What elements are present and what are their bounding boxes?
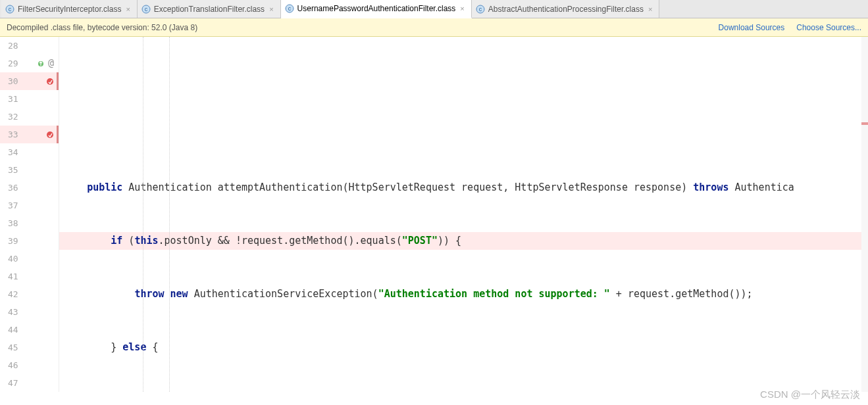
class-file-icon: c — [5, 5, 14, 14]
code-line: public Authentication attemptAuthenticat… — [59, 179, 868, 197]
breakpoint-icon[interactable] — [46, 78, 54, 85]
line-number: 33 — [0, 126, 18, 143]
tab-label: UsernamePasswordAuthenticationFilter.cla… — [297, 4, 456, 13]
close-icon[interactable]: × — [647, 5, 653, 13]
svg-text:c: c — [479, 6, 482, 12]
close-icon[interactable]: × — [124, 5, 131, 13]
stripe-mark[interactable] — [861, 122, 868, 125]
line-number: 31 — [0, 90, 18, 108]
line-number: 45 — [0, 339, 18, 356]
svg-text:c: c — [9, 6, 12, 12]
line-number: 30 — [0, 72, 18, 90]
code-area[interactable]: public Authentication attemptAuthenticat… — [59, 37, 868, 392]
decompiled-notice-bar: Decompiled .class file, bytecode version… — [0, 18, 868, 37]
close-icon[interactable]: × — [459, 5, 465, 12]
tab-label: ExceptionTranslationFilter.class — [154, 5, 265, 14]
class-file-icon: c — [476, 5, 485, 14]
code-line — [59, 126, 868, 143]
line-number: 40 — [0, 250, 18, 268]
line-number: 46 — [0, 356, 18, 374]
line-number: 43 — [0, 303, 18, 321]
tab-label: FilterSecurityInterceptor.class — [18, 5, 121, 14]
tab-filtersecurity[interactable]: c FilterSecurityInterceptor.class × — [1, 0, 138, 18]
line-number: 44 — [0, 321, 18, 339]
line-number: 32 — [0, 108, 18, 126]
tab-label: AbstractAuthenticationProcessingFilter.c… — [488, 5, 644, 14]
close-icon[interactable]: × — [268, 5, 274, 13]
line-number: 36 — [0, 179, 18, 197]
line-number: 41 — [0, 268, 18, 285]
line-number: 38 — [0, 214, 18, 232]
line-number: 47 — [0, 374, 18, 392]
editor-tab-bar: c FilterSecurityInterceptor.class × c Ex… — [0, 0, 868, 18]
line-number: 28 — [0, 37, 18, 55]
notice-text: Decompiled .class file, bytecode version… — [7, 23, 197, 32]
line-number: 29 — [0, 55, 18, 72]
code-editor: 28 29 @ 30 31 32 33 34 35 36 37 38 39 40… — [0, 37, 868, 392]
tab-abstractauth[interactable]: c AbstractAuthenticationProcessingFilter… — [472, 0, 660, 18]
svg-text:c: c — [288, 5, 291, 12]
tab-exceptiontranslation[interactable]: c ExceptionTranslationFilter.class × — [138, 0, 281, 18]
choose-sources-link[interactable]: Choose Sources... — [796, 23, 861, 32]
breakpoint-icon[interactable] — [46, 131, 54, 139]
line-number: 42 — [0, 285, 18, 303]
tab-usernamepassword[interactable]: c UsernamePasswordAuthenticationFilter.c… — [281, 0, 472, 18]
at-icon: @ — [48, 55, 54, 72]
code-line: if (this.postOnly && !request.getMethod(… — [59, 232, 868, 250]
override-up-icon[interactable] — [38, 60, 46, 68]
class-file-icon: c — [141, 5, 151, 14]
error-stripe[interactable] — [861, 37, 868, 392]
class-file-icon: c — [285, 4, 294, 13]
line-number: 39 — [0, 232, 18, 250]
line-number: 35 — [0, 161, 18, 179]
line-number: 37 — [0, 197, 18, 214]
indent-guide — [169, 37, 170, 392]
svg-text:c: c — [145, 6, 148, 12]
watermark: CSDN @一个风轻云淡 — [760, 389, 860, 401]
indent-guide — [143, 37, 143, 392]
code-line: } else { — [59, 339, 868, 356]
line-number: 34 — [0, 143, 18, 161]
gutter[interactable]: 28 29 @ 30 31 32 33 34 35 36 37 38 39 40… — [0, 37, 59, 392]
code-line: throw new AuthenticationServiceException… — [59, 285, 868, 303]
notice-links: Download Sources Choose Sources... — [719, 23, 861, 32]
download-sources-link[interactable]: Download Sources — [719, 23, 785, 32]
